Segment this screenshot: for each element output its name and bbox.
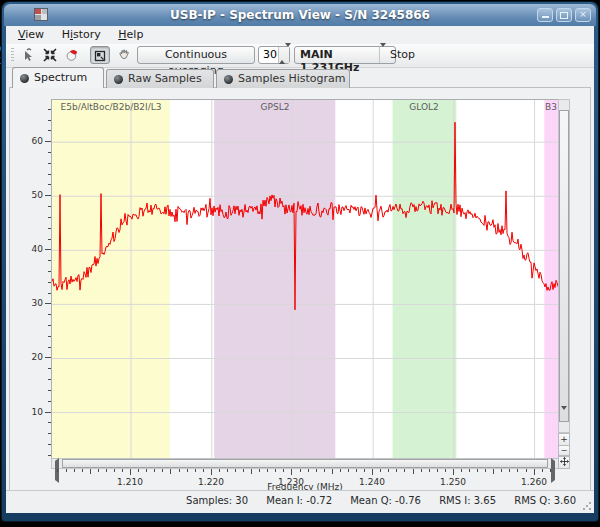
x-tick bbox=[429, 469, 430, 472]
y-tick bbox=[45, 195, 51, 196]
x-tick bbox=[453, 469, 454, 475]
spectrum-plot[interactable]: E5b/AltBoc/B2b/B2I/L3GPSL2GLOL2B3 bbox=[51, 99, 559, 459]
y-tick bbox=[48, 455, 51, 456]
y-tick bbox=[48, 239, 51, 240]
close-button[interactable]: × bbox=[575, 8, 591, 22]
title-bar[interactable]: USB-IP - Spectrum View - S/N 3245866 × bbox=[4, 4, 596, 26]
y-tick bbox=[45, 141, 51, 142]
y-tick-label: 40 bbox=[19, 244, 43, 254]
tab-icon bbox=[114, 75, 123, 84]
x-tick bbox=[421, 469, 422, 472]
x-tick bbox=[114, 469, 115, 472]
tab-icon bbox=[20, 74, 29, 83]
x-tick bbox=[316, 469, 317, 472]
band-label: B3 bbox=[545, 102, 557, 112]
x-tick bbox=[340, 469, 341, 472]
menu-view[interactable]: View bbox=[18, 28, 44, 41]
y-tick bbox=[48, 336, 51, 337]
x-tick-label: 1.240 bbox=[352, 477, 392, 487]
y-tick bbox=[45, 249, 51, 250]
y-tick bbox=[45, 357, 51, 358]
x-tick bbox=[227, 469, 228, 472]
maximize-button[interactable] bbox=[556, 8, 572, 22]
samples-spinbox[interactable]: 30 bbox=[258, 46, 290, 64]
x-tick bbox=[485, 469, 486, 472]
tab-icon bbox=[224, 75, 233, 84]
tab-samples-histogram[interactable]: Samples Histogram bbox=[216, 69, 350, 88]
x-tick bbox=[122, 469, 123, 472]
x-tick-label: 1.250 bbox=[433, 477, 473, 487]
x-tick-label: 1.220 bbox=[191, 477, 231, 487]
x-tick bbox=[372, 469, 373, 475]
y-tick bbox=[48, 228, 51, 229]
minimize-button[interactable] bbox=[537, 8, 553, 22]
x-tick bbox=[98, 469, 99, 472]
x-tick bbox=[106, 469, 107, 472]
y-tick bbox=[48, 347, 51, 348]
stop-button[interactable]: Stop bbox=[384, 46, 421, 64]
y-tick bbox=[48, 325, 51, 326]
x-tick bbox=[259, 469, 260, 472]
x-tick bbox=[445, 469, 446, 472]
x-tick bbox=[203, 469, 204, 472]
h-scroll-thumb[interactable] bbox=[62, 459, 548, 468]
channel-combobox[interactable]: MAIN 1.231GHz bbox=[294, 46, 396, 64]
spin-arrows[interactable] bbox=[278, 47, 289, 63]
x-tick bbox=[291, 469, 292, 475]
resize-grip[interactable] bbox=[582, 501, 591, 510]
y-tick bbox=[48, 379, 51, 380]
y-tick bbox=[45, 412, 51, 413]
x-tick bbox=[509, 469, 510, 472]
horizontal-scrollbar[interactable] bbox=[51, 458, 559, 469]
tab-spectrum[interactable]: Spectrum bbox=[12, 67, 104, 88]
x-tick bbox=[90, 469, 91, 474]
pan-all-button[interactable] bbox=[558, 456, 570, 469]
x-tick bbox=[332, 469, 333, 474]
y-tick bbox=[48, 184, 51, 185]
x-tick bbox=[300, 469, 301, 472]
x-tick bbox=[195, 469, 196, 472]
band-label: E5b/AltBoc/B2b/B2I/L3 bbox=[61, 102, 162, 112]
x-tick-label: 1.230 bbox=[271, 477, 311, 487]
status-mean-i: Mean I: -0.72 bbox=[266, 495, 332, 506]
spectrum-panel: E5b/AltBoc/B2b/B2I/L3GPSL2GLOL2B3 Freque… bbox=[9, 87, 591, 491]
status-samples: Samples: 30 bbox=[186, 495, 248, 506]
x-tick bbox=[396, 469, 397, 472]
samples-value: 30 bbox=[263, 48, 277, 61]
vertical-scrollbar[interactable] bbox=[558, 99, 570, 433]
x-tick bbox=[219, 469, 220, 472]
menu-history[interactable]: History bbox=[62, 28, 101, 41]
y-tick bbox=[48, 174, 51, 175]
tab-bar: Raw Samples Samples Histogram Spectrum bbox=[6, 67, 594, 88]
y-tick bbox=[48, 152, 51, 153]
x-tick bbox=[461, 469, 462, 472]
toolbar: Continuous averaging 30 MAIN 1.231GHz St… bbox=[6, 44, 594, 68]
y-tick bbox=[48, 282, 51, 283]
toolbar-handle[interactable] bbox=[11, 48, 14, 62]
v-scroll-thumb[interactable] bbox=[559, 110, 569, 422]
x-tick bbox=[348, 469, 349, 472]
y-tick bbox=[48, 401, 51, 402]
tab-raw-samples[interactable]: Raw Samples bbox=[106, 69, 214, 88]
pointer-tool-button[interactable] bbox=[18, 46, 38, 64]
spin-down-icon[interactable] bbox=[285, 43, 291, 60]
averaging-mode-button[interactable]: Continuous averaging bbox=[137, 46, 255, 64]
y-tick bbox=[48, 120, 51, 121]
zoom-window-icon bbox=[93, 49, 107, 63]
pan-button[interactable] bbox=[114, 46, 134, 64]
menu-help[interactable]: Help bbox=[118, 28, 143, 41]
status-mean-q: Mean Q: -0.76 bbox=[350, 495, 421, 506]
x-tick bbox=[493, 469, 494, 474]
x-tick-label: 1.260 bbox=[514, 477, 554, 487]
y-tick bbox=[48, 130, 51, 131]
y-tick bbox=[48, 422, 51, 423]
x-tick-label: 1.210 bbox=[110, 477, 150, 487]
clear-button[interactable] bbox=[62, 46, 82, 64]
x-tick bbox=[243, 469, 244, 472]
zoom-window-button[interactable] bbox=[90, 46, 110, 64]
zoom-fit-button[interactable] bbox=[40, 46, 60, 64]
scroll-down-icon[interactable] bbox=[561, 410, 567, 429]
y-tick bbox=[48, 163, 51, 164]
x-tick bbox=[380, 469, 381, 472]
zoom-out-button[interactable]: − bbox=[558, 445, 570, 456]
